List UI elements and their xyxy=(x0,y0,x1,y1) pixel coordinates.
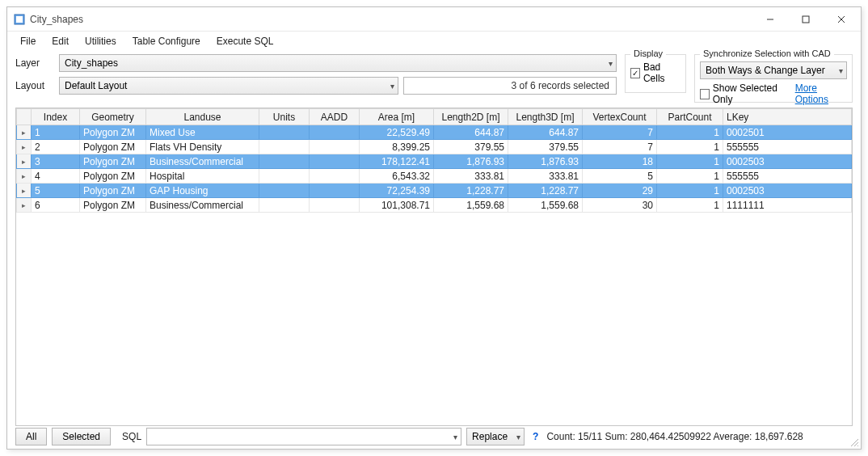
cell-aadd xyxy=(310,140,360,154)
grid-header[interactable]: Index Geometry Landuse Units AADD Area [… xyxy=(17,109,852,125)
cell-landuse: Hospital xyxy=(146,169,259,184)
sync-group: Synchronize Selection with CAD Both Ways… xyxy=(694,54,853,103)
chevron-down-icon: ▾ xyxy=(609,59,613,68)
close-button[interactable] xyxy=(824,8,859,31)
cell-index: 2 xyxy=(32,140,80,154)
all-button[interactable]: All xyxy=(15,428,47,445)
cell-lkey: 555555 xyxy=(723,169,852,184)
col-index[interactable]: Index xyxy=(32,109,80,125)
col-partcount[interactable]: PartCount xyxy=(657,109,723,125)
cell-length3d: 1,228.77 xyxy=(508,184,583,198)
display-group: Display ✓ Bad Cells xyxy=(625,54,686,93)
cell-index: 3 xyxy=(32,154,80,169)
cell-units xyxy=(259,184,310,198)
layer-combo[interactable]: City_shapes ▾ xyxy=(59,54,617,72)
row-selector-icon[interactable]: ▸ xyxy=(17,125,32,140)
cell-index: 1 xyxy=(32,125,80,140)
cell-lkey: 0002503 xyxy=(723,154,852,169)
col-vertexcount[interactable]: VertexCount xyxy=(583,109,657,125)
cell-vertexcount: 7 xyxy=(583,140,657,154)
row-selector-icon[interactable]: ▸ xyxy=(17,184,32,198)
col-aadd[interactable]: AADD xyxy=(310,109,360,125)
cell-units xyxy=(259,154,310,169)
footer: All Selected SQL ▾ Replace ▾ ? Count: 15… xyxy=(7,426,861,449)
chevron-down-icon: ▾ xyxy=(390,82,394,91)
table-row[interactable]: ▸6Polygon ZMBusiness/Commercial101,308.7… xyxy=(17,198,852,213)
cell-partcount: 1 xyxy=(657,154,723,169)
col-lkey[interactable]: LKey xyxy=(723,109,852,125)
chevron-down-icon: ▾ xyxy=(516,433,520,441)
display-legend: Display xyxy=(630,49,666,58)
maximize-button[interactable] xyxy=(788,8,824,31)
cell-vertexcount: 7 xyxy=(583,125,657,140)
cell-lkey: 1111111 xyxy=(723,198,852,213)
footer-stats: Count: 15/11 Sum: 280,464.42509922 Avera… xyxy=(546,431,803,442)
col-length3d[interactable]: Length3D [m] xyxy=(508,109,583,125)
minimize-button[interactable] xyxy=(752,8,788,31)
cell-length3d: 1,876.93 xyxy=(508,154,583,169)
table-row[interactable]: ▸4Polygon ZMHospital6,543.32333.81333.81… xyxy=(17,169,852,184)
cell-area: 101,308.71 xyxy=(360,198,434,213)
row-selector-icon[interactable]: ▸ xyxy=(17,198,32,213)
sync-mode-combo[interactable]: Both Ways & Change Layer ▾ xyxy=(700,61,847,79)
col-rowheader[interactable] xyxy=(17,109,32,125)
cell-lkey: 0002503 xyxy=(723,184,852,198)
data-grid[interactable]: Index Geometry Landuse Units AADD Area [… xyxy=(15,108,853,426)
show-selected-checkbox[interactable]: Show Selected Only xyxy=(700,82,790,105)
more-options-link[interactable]: More Options xyxy=(795,82,847,105)
menu-execute-sql[interactable]: Execute SQL xyxy=(210,34,280,49)
menu-edit[interactable]: Edit xyxy=(45,34,75,49)
cell-vertexcount: 29 xyxy=(583,184,657,198)
col-units[interactable]: Units xyxy=(259,109,310,125)
checkbox-icon xyxy=(700,89,710,99)
row-selector-icon[interactable]: ▸ xyxy=(17,154,32,169)
top-controls: Layer City_shapes ▾ Layout Default Layou… xyxy=(7,51,861,104)
sql-label: SQL xyxy=(122,431,141,442)
layout-combo[interactable]: Default Layout ▾ xyxy=(59,77,398,95)
svg-line-8 xyxy=(857,445,858,446)
selected-button[interactable]: Selected xyxy=(52,428,111,445)
cell-geometry: Polygon ZM xyxy=(80,198,146,213)
menu-utilities[interactable]: Utilities xyxy=(78,34,123,49)
table-row[interactable]: ▸2Polygon ZMFlats VH Density8,399.25379.… xyxy=(17,140,852,154)
cell-geometry: Polygon ZM xyxy=(80,169,146,184)
cell-partcount: 1 xyxy=(657,140,723,154)
replace-combo[interactable]: Replace ▾ xyxy=(466,428,525,445)
col-landuse[interactable]: Landuse xyxy=(146,109,259,125)
table-row[interactable]: ▸5Polygon ZMGAP Housing72,254.391,228.77… xyxy=(17,184,852,198)
cell-units xyxy=(259,125,310,140)
resize-grip-icon[interactable] xyxy=(849,437,859,447)
menu-file[interactable]: File xyxy=(14,34,42,49)
cell-partcount: 1 xyxy=(657,198,723,213)
cell-units xyxy=(259,198,310,213)
table-row[interactable]: ▸3Polygon ZMBusiness/Commercial178,122.4… xyxy=(17,154,852,169)
col-geometry[interactable]: Geometry xyxy=(80,109,146,125)
layout-label: Layout xyxy=(15,80,54,91)
cell-index: 4 xyxy=(32,169,80,184)
bad-cells-checkbox[interactable]: ✓ Bad Cells xyxy=(630,61,680,84)
cell-length2d: 644.87 xyxy=(434,125,508,140)
cell-partcount: 1 xyxy=(657,125,723,140)
app-icon xyxy=(14,14,25,25)
layer-value: City_shapes xyxy=(65,57,118,69)
window-title: City_shapes xyxy=(30,14,83,25)
row-selector-icon[interactable]: ▸ xyxy=(17,169,32,184)
row-selector-icon[interactable]: ▸ xyxy=(17,140,32,154)
cell-length2d: 1,876.93 xyxy=(434,154,508,169)
cell-index: 5 xyxy=(32,184,80,198)
col-length2d[interactable]: Length2D [m] xyxy=(434,109,508,125)
cell-aadd xyxy=(310,184,360,198)
cell-area: 178,122.41 xyxy=(360,154,434,169)
cell-lkey: 0002501 xyxy=(723,125,852,140)
help-icon[interactable]: ? xyxy=(529,431,541,442)
cell-length2d: 379.55 xyxy=(434,140,508,154)
cell-area: 8,399.25 xyxy=(360,140,434,154)
cell-length2d: 333.81 xyxy=(434,169,508,184)
chevron-down-icon: ▾ xyxy=(839,66,843,75)
cell-landuse: Mixed Use xyxy=(146,125,259,140)
table-row[interactable]: ▸1Polygon ZMMixed Use22,529.49644.87644.… xyxy=(17,125,852,140)
col-area[interactable]: Area [m] xyxy=(360,109,434,125)
menu-table-configure[interactable]: Table Configure xyxy=(126,34,207,49)
cell-units xyxy=(259,140,310,154)
sql-combo[interactable]: ▾ xyxy=(146,428,461,445)
